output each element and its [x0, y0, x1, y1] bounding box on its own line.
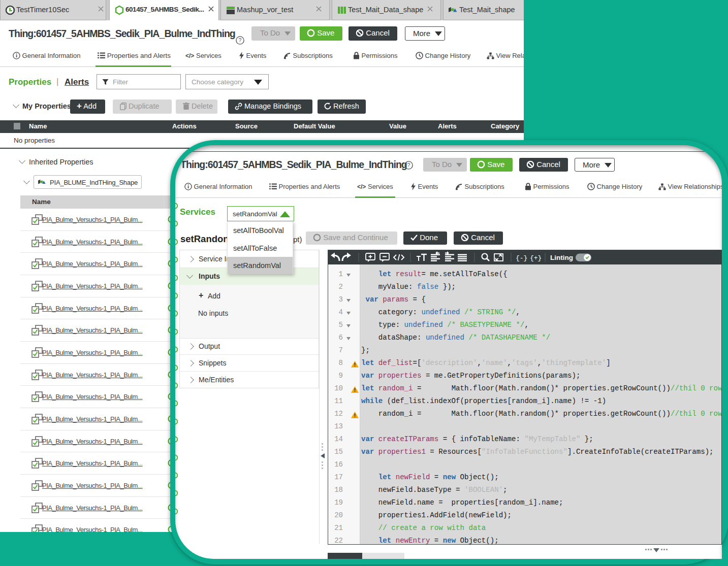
svg-text:{-}: {-}	[516, 254, 527, 262]
svg-text:?: ?	[239, 37, 242, 43]
svg-text:{+}: {+}	[530, 254, 542, 262]
svg-text:Linting: Linting	[550, 254, 573, 261]
svg-text:?: ?	[407, 162, 410, 168]
